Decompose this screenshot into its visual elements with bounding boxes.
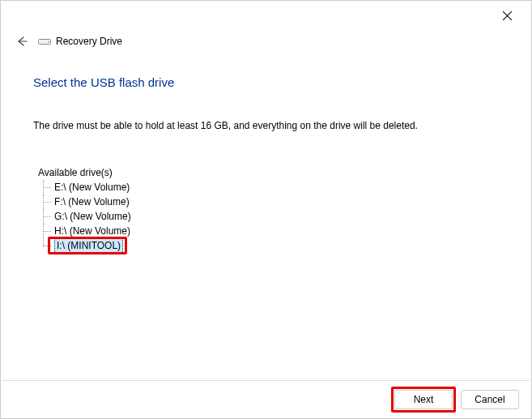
drive-item-label: H:\ (New Volume) (54, 224, 130, 238)
drive-item[interactable]: I:\ (MINITOOL) (43, 238, 499, 253)
wizard-title: Recovery Drive (56, 36, 122, 47)
next-button[interactable]: Next (394, 390, 453, 409)
drive-icon (38, 36, 51, 46)
footer: Next Cancel (2, 380, 530, 417)
close-icon (503, 11, 512, 20)
drive-item[interactable]: G:\ (New Volume) (43, 209, 499, 224)
drive-item-label: I:\ (MINITOOL) (54, 237, 123, 254)
drive-item-label: F:\ (New Volume) (54, 195, 130, 209)
close-button[interactable] (497, 6, 517, 25)
arrow-left-icon (16, 36, 28, 47)
back-button[interactable] (15, 35, 28, 48)
available-drives-label: Available drive(s) (38, 167, 499, 178)
instruction-text: The drive must be able to hold at least … (33, 120, 499, 131)
drive-item[interactable]: F:\ (New Volume) (43, 195, 499, 209)
cancel-button[interactable]: Cancel (461, 390, 519, 409)
drive-item[interactable]: E:\ (New Volume) (43, 180, 499, 195)
drive-item-label: E:\ (New Volume) (54, 180, 130, 195)
drive-item-label: G:\ (New Volume) (54, 209, 131, 224)
svg-point-3 (48, 41, 49, 43)
drive-tree: E:\ (New Volume)F:\ (New Volume)G:\ (New… (43, 180, 499, 253)
drive-item[interactable]: H:\ (New Volume) (43, 224, 499, 238)
page-heading: Select the USB flash drive (33, 75, 499, 89)
